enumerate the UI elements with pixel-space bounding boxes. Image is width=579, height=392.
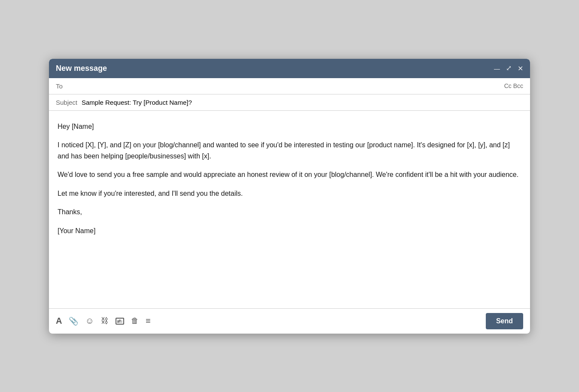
body-line-3: We'd love to send you a free sample and … (58, 169, 521, 180)
close-button[interactable] (518, 64, 523, 72)
attachment-icon[interactable] (69, 316, 78, 326)
to-label: To (56, 82, 82, 90)
email-body[interactable]: Hey [Name] I noticed [X], [Y], and [Z] o… (49, 111, 530, 308)
subject-input[interactable] (82, 99, 523, 106)
toolbar-icon-group (56, 316, 479, 326)
body-line-2: I noticed [X], [Y], and [Z] on your [blo… (58, 140, 521, 161)
link-icon[interactable] (101, 316, 109, 325)
compose-header: New message ⤢ (49, 59, 530, 78)
window-title: New message (56, 64, 107, 73)
to-row: To Cc Bcc (49, 78, 530, 94)
font-format-icon[interactable] (56, 316, 62, 326)
delete-icon[interactable] (131, 316, 139, 325)
minimize-button[interactable] (494, 64, 500, 72)
send-button[interactable]: Send (486, 313, 523, 329)
expand-button[interactable]: ⤢ (506, 65, 512, 72)
body-line-6: [Your Name] (58, 225, 521, 237)
body-line-4: Let me know if you're interested, and I'… (58, 188, 521, 199)
cc-bcc-button[interactable]: Cc Bcc (504, 82, 523, 89)
formatting-toolbar: Send (49, 308, 530, 334)
body-line-1: Hey [Name] (58, 121, 521, 132)
subject-row: Subject (49, 94, 530, 111)
image-icon[interactable] (116, 318, 124, 325)
window-controls: ⤢ (494, 64, 523, 72)
emoji-icon[interactable] (85, 316, 94, 326)
more-options-icon[interactable] (146, 316, 151, 326)
compose-window: New message ⤢ To Cc Bcc Subject Hey [Nam… (49, 59, 530, 334)
to-input[interactable] (82, 82, 504, 90)
body-line-5: Thanks, (58, 207, 521, 218)
subject-label: Subject (56, 99, 82, 106)
